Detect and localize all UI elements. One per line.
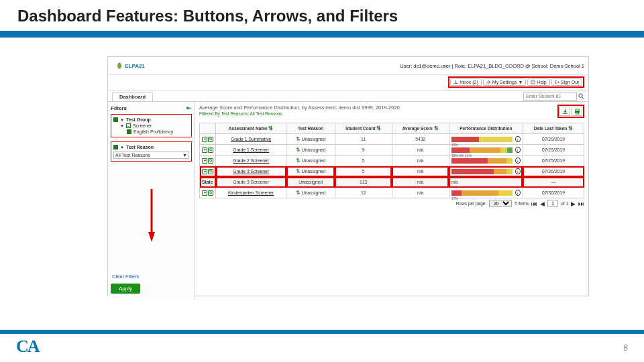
info-icon[interactable]: i bbox=[515, 168, 521, 174]
user-role-line: User: dc1@demo.user | Role: ELPA21_BLDG_… bbox=[400, 63, 584, 69]
test-reason-select[interactable]: All Test Reasons ▼ bbox=[113, 152, 189, 159]
page-size-select[interactable]: 20 bbox=[489, 200, 512, 207]
next-page-icon[interactable]: ▶ bbox=[571, 200, 576, 207]
sort-icon[interactable]: ⇅ bbox=[434, 125, 439, 131]
results-table: Assessment Name ⇅ Test Reason Student Co… bbox=[199, 123, 584, 198]
assessment-name[interactable]: Grade 1 Summative bbox=[216, 134, 286, 145]
magnify-row-icon[interactable] bbox=[208, 169, 213, 174]
filter-icon[interactable]: ⇅ bbox=[296, 147, 301, 153]
svg-point-0 bbox=[488, 81, 490, 83]
filter-icon[interactable]: ⇅ bbox=[296, 136, 301, 142]
svg-marker-5 bbox=[148, 232, 155, 242]
page-input[interactable] bbox=[547, 200, 558, 207]
info-icon[interactable]: i bbox=[515, 190, 521, 196]
assessment-name[interactable]: Grade 1 Screener bbox=[216, 145, 286, 156]
brand-logo: ELPA21 bbox=[112, 60, 148, 72]
search-icon[interactable] bbox=[578, 93, 584, 100]
svg-rect-4 bbox=[150, 189, 152, 233]
apply-button[interactable]: Apply bbox=[111, 284, 140, 294]
red-arrow-icon bbox=[148, 169, 155, 263]
date-cell: 07/26/2019 bbox=[523, 166, 584, 177]
expand-row-icon[interactable] bbox=[202, 147, 207, 153]
settings-button[interactable]: My Settings ▼ bbox=[483, 78, 527, 86]
filter-icon[interactable]: ⇅ bbox=[296, 190, 301, 196]
inbox-label: Inbox (2) bbox=[460, 80, 478, 84]
info-icon[interactable]: i bbox=[515, 147, 521, 153]
download-icon bbox=[562, 109, 568, 115]
sort-icon[interactable]: ⇅ bbox=[376, 125, 381, 131]
signout-button[interactable]: Sign Out bbox=[551, 78, 582, 86]
reason-value: All Test Reasons bbox=[115, 153, 150, 158]
last-page-icon[interactable]: ⏭ bbox=[578, 200, 584, 207]
count-cell: 11 bbox=[335, 134, 392, 145]
help-icon: ? bbox=[531, 80, 535, 84]
test-group-toggle[interactable]: ▼ Test Group bbox=[113, 117, 189, 123]
table-row: Grade 1 Screener⇅Unassigned9n/a30% 9% 11… bbox=[200, 145, 584, 156]
leaf-icon bbox=[115, 62, 123, 70]
expand-row-icon[interactable] bbox=[202, 137, 207, 142]
download-data-button[interactable] bbox=[559, 107, 570, 116]
header-icons bbox=[200, 123, 216, 134]
inbox-button[interactable]: Inbox (2) bbox=[450, 78, 482, 86]
app-header: ELPA21 User: dc1@demo.user | Role: ELPA2… bbox=[108, 57, 588, 75]
svg-point-11 bbox=[209, 160, 211, 162]
sort-icon[interactable]: ⇅ bbox=[268, 125, 273, 131]
test-reason-toggle[interactable]: ▼ Test Reason bbox=[113, 144, 189, 150]
print-button[interactable] bbox=[572, 107, 582, 116]
dashboard-screenshot: ELPA21 User: dc1@demo.user | Role: ELPA2… bbox=[107, 56, 589, 296]
perf-cell: 45%i bbox=[449, 134, 523, 145]
sort-icon[interactable]: ⇅ bbox=[568, 125, 573, 131]
english-prof-item[interactable]: English Proficiency bbox=[113, 129, 189, 135]
printer-icon bbox=[574, 109, 580, 115]
tab-dashboard[interactable]: Dashboard bbox=[112, 92, 153, 101]
state-label-cell: State bbox=[200, 177, 216, 188]
assessment-name[interactable]: Grade 2 Screener bbox=[216, 156, 286, 166]
help-label: Help bbox=[537, 80, 546, 84]
prev-page-icon[interactable]: ◀ bbox=[540, 200, 545, 207]
assessment-name: Grade 3 Screener bbox=[216, 177, 286, 188]
info-icon[interactable]: i bbox=[515, 136, 521, 142]
page-number: 8 bbox=[623, 343, 628, 353]
expand-row-icon[interactable] bbox=[202, 190, 207, 196]
top-toolbar: Inbox (2) My Settings ▼ ? Help Sign Out bbox=[108, 75, 588, 91]
date-cell: 07/25/2019 bbox=[523, 156, 584, 166]
expand-row-icon[interactable] bbox=[202, 169, 207, 174]
count-cell: 9 bbox=[335, 145, 392, 156]
magnify-row-icon[interactable] bbox=[208, 137, 213, 142]
table-row: Grade 3 Screener⇅Unassigned5n/a7% 67%i07… bbox=[200, 166, 584, 177]
assessment-name[interactable]: Grade 3 Screener bbox=[216, 166, 286, 177]
magnify-row-icon[interactable] bbox=[208, 190, 213, 196]
magnify-row-icon[interactable] bbox=[208, 158, 213, 164]
filters-heading: Filters ⇤ bbox=[111, 105, 192, 111]
filter-icon[interactable]: ⇅ bbox=[296, 158, 301, 164]
collapse-icon[interactable]: ⇤ bbox=[186, 105, 192, 111]
header-avg: Average Score ⇅ bbox=[392, 123, 449, 134]
row-icons bbox=[200, 134, 216, 145]
pagination: Rows per page: 20 5 items ⏮ ◀ of 1 ▶ ⏭ bbox=[199, 198, 584, 208]
first-page-icon[interactable]: ⏮ bbox=[531, 200, 537, 207]
clear-filters-link[interactable]: Clear Filters bbox=[111, 271, 192, 282]
assessment-name[interactable]: Kindergarten Screener bbox=[216, 188, 286, 198]
chevron-down-icon: ▼ bbox=[120, 118, 124, 122]
test-reason-cell: ⇅Unassigned bbox=[286, 156, 335, 166]
search-input[interactable] bbox=[523, 93, 577, 101]
filter-icon[interactable]: ⇅ bbox=[296, 168, 301, 174]
help-button[interactable]: ? Help bbox=[527, 78, 549, 86]
perf-cell: 7% 67%i bbox=[449, 166, 523, 177]
test-reason-cell: ⇅Unassigned bbox=[286, 145, 335, 156]
title-stripe bbox=[0, 31, 644, 38]
checkbox-icon bbox=[113, 145, 118, 149]
signout-label: Sign Out bbox=[561, 80, 579, 84]
magnify-row-icon[interactable] bbox=[208, 147, 213, 153]
table-row: Grade 1 Summative⇅Unassigned11543245%i07… bbox=[200, 134, 584, 145]
row-icons bbox=[200, 145, 216, 156]
avg-cell: n/a bbox=[392, 188, 449, 198]
info-icon[interactable]: i bbox=[515, 158, 521, 164]
footer-logo: CA bbox=[16, 337, 39, 357]
date-cell: 07/25/2019 bbox=[523, 145, 584, 156]
test-reason-filter: ▼ Test Reason All Test Reasons ▼ bbox=[111, 141, 192, 162]
chevron-down-icon: ▼ bbox=[518, 80, 523, 84]
screener-toggle[interactable]: ▼ − Screener bbox=[113, 123, 189, 129]
header-perf: Performance Distribution bbox=[449, 123, 523, 134]
expand-row-icon[interactable] bbox=[202, 158, 207, 164]
